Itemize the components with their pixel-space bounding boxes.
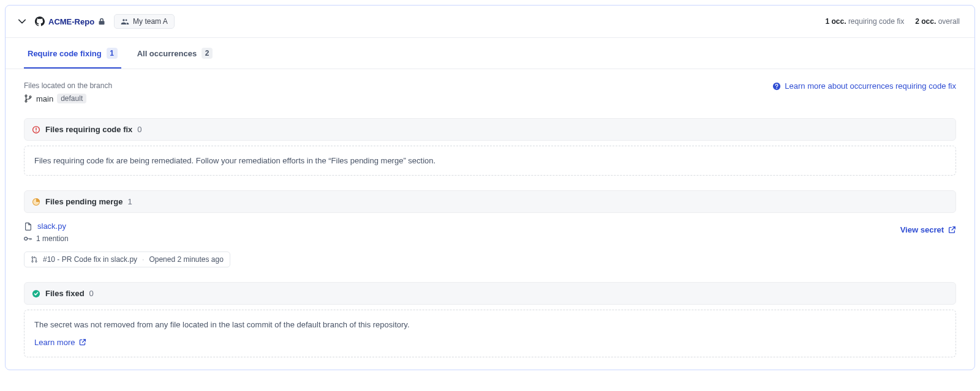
team-label: My team A <box>133 17 168 26</box>
branch-heading: Files located on the branch <box>24 81 112 90</box>
message-text: Files requiring code fix are being remed… <box>34 156 435 165</box>
repo-panel: ACME-Repo My team A 1 occ. requiring cod… <box>5 5 975 370</box>
check-icon <box>32 289 40 298</box>
branch-left: Files located on the branch main default <box>24 81 112 103</box>
section-pending-header: Files pending merge 1 <box>24 190 956 213</box>
branch-row: Files located on the branch main default… <box>24 81 956 103</box>
svg-point-10 <box>24 237 28 240</box>
section-fixed-header: Files fixed 0 <box>24 282 956 305</box>
svg-point-0 <box>123 19 124 21</box>
file-row: slack.py 1 mention #10 - PR Code fix in … <box>24 222 956 267</box>
external-link-icon <box>78 338 86 346</box>
file-left: slack.py 1 mention #10 - PR Code fix in … <box>24 222 230 267</box>
pr-time: Opened 2 minutes ago <box>149 255 223 264</box>
learn-more-occurrences-link[interactable]: Learn more about occurrences requiring c… <box>772 81 956 91</box>
key-icon <box>24 236 32 242</box>
panel-header: ACME-Repo My team A 1 occ. requiring cod… <box>6 6 974 37</box>
section-count: 1 <box>127 197 132 206</box>
svg-point-11 <box>32 256 33 258</box>
lock-icon <box>98 18 105 25</box>
message-text: The secret was not removed from any file… <box>34 320 946 329</box>
section-count: 0 <box>137 125 141 134</box>
tab-label: All occurrences <box>137 49 197 58</box>
section-title: Files fixed <box>45 289 85 298</box>
section-requiring-header: Files requiring code fix 0 <box>24 118 956 141</box>
team-chip[interactable]: My team A <box>114 14 175 29</box>
file-name-text: slack.py <box>37 222 66 231</box>
svg-point-1 <box>126 20 127 21</box>
tab-label: Require code fixing <box>28 49 102 58</box>
tab-all-occurrences[interactable]: All occurrences 2 <box>134 38 217 69</box>
github-icon <box>35 17 45 26</box>
branch-value: main default <box>24 94 112 103</box>
alert-icon <box>32 125 40 134</box>
pr-chip[interactable]: #10 - PR Code fix in slack.py · Opened 2… <box>24 251 230 267</box>
tab-count: 1 <box>107 48 118 59</box>
external-link-icon <box>948 226 956 234</box>
header-right: 1 occ. requiring code fix 2 occ. overall <box>826 17 960 26</box>
occ-code-fix: 1 occ. requiring code fix <box>826 17 905 26</box>
section-title: Files requiring code fix <box>45 125 132 134</box>
link-text: Learn more <box>34 338 75 347</box>
svg-point-3 <box>25 100 27 102</box>
separator-dot: · <box>142 255 144 264</box>
svg-point-12 <box>32 261 33 262</box>
section-title: Files pending merge <box>45 197 123 206</box>
clock-icon <box>32 198 40 206</box>
tab-require-code-fixing[interactable]: Require code fixing 1 <box>24 38 121 69</box>
learn-more-link[interactable]: Learn more <box>34 338 86 347</box>
link-text: View secret <box>900 225 944 234</box>
branch-icon <box>24 94 32 103</box>
file-link[interactable]: slack.py <box>24 222 230 231</box>
mention-text: 1 mention <box>36 234 69 243</box>
view-secret-link[interactable]: View secret <box>900 225 956 234</box>
default-badge: default <box>57 94 86 103</box>
svg-point-6 <box>777 88 778 89</box>
repo-link[interactable]: ACME-Repo <box>35 17 105 26</box>
branch-name: main <box>36 94 53 103</box>
pr-text: #10 - PR Code fix in slack.py <box>43 255 137 264</box>
section-count: 0 <box>89 289 94 298</box>
help-icon <box>772 82 781 91</box>
svg-point-4 <box>29 96 31 98</box>
team-icon <box>121 18 129 25</box>
repo-name: ACME-Repo <box>48 17 94 26</box>
occ-overall: 2 occ. overall <box>915 17 960 26</box>
fixed-message-box: The secret was not removed from any file… <box>24 310 956 357</box>
pr-icon <box>31 256 38 263</box>
svg-point-2 <box>25 95 27 97</box>
mention-row: 1 mention <box>24 234 230 243</box>
link-text: Learn more about occurrences requiring c… <box>785 81 956 91</box>
tab-count: 2 <box>202 48 213 59</box>
collapse-chevron-icon[interactable] <box>18 17 26 26</box>
content: Files located on the branch main default… <box>6 69 974 370</box>
requiring-message-box: Files requiring code fix are being remed… <box>24 146 956 176</box>
file-icon <box>24 222 32 231</box>
svg-point-13 <box>36 261 37 262</box>
tab-bar: Require code fixing 1 All occurrences 2 <box>6 38 974 69</box>
header-left: ACME-Repo My team A <box>18 14 175 29</box>
